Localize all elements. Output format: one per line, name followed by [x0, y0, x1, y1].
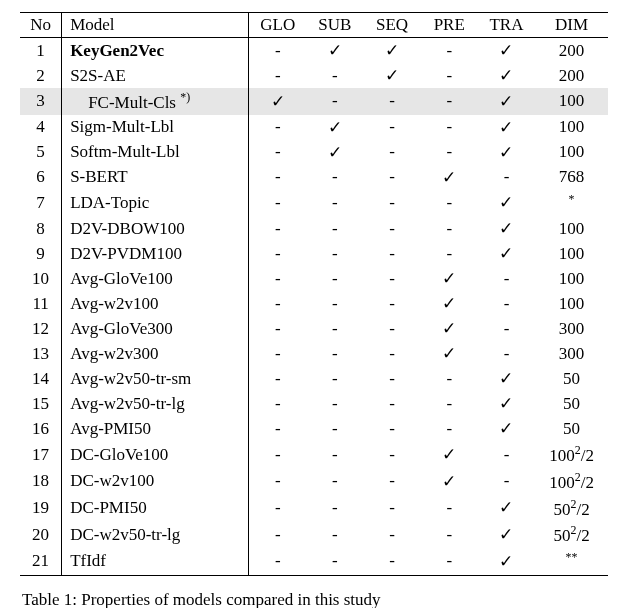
table-row: 20DC-w2v50-tr-lg----✓502/2: [20, 521, 608, 548]
cell-dim: **: [535, 548, 608, 575]
cell-seq: -: [363, 216, 420, 241]
cell-dim: 100: [535, 266, 608, 291]
table-row: 8D2V-DBOW100----✓100: [20, 216, 608, 241]
cell-dim: 300: [535, 341, 608, 366]
cell-pre: -: [421, 241, 478, 266]
cell-pre: ✓: [421, 468, 478, 495]
cell-dim: 50: [535, 416, 608, 441]
cell-model: Avg-w2v50-tr-sm: [62, 366, 249, 391]
table-row: 13Avg-w2v300---✓-300: [20, 341, 608, 366]
cell-dim: 50: [535, 391, 608, 416]
cell-dim: 768: [535, 165, 608, 190]
cell-sub: -: [306, 316, 363, 341]
cell-seq: -: [363, 441, 420, 468]
cell-model: DC-PMI50: [62, 495, 249, 522]
cell-glo: -: [249, 38, 306, 64]
cell-dim: 502/2: [535, 521, 608, 548]
cell-tra: -: [478, 291, 535, 316]
cell-sub: -: [306, 441, 363, 468]
cell-no: 21: [20, 548, 62, 575]
cell-no: 5: [20, 140, 62, 165]
table-row: 11Avg-w2v100---✓-100: [20, 291, 608, 316]
cell-seq: ✓: [363, 38, 420, 64]
cell-no: 2: [20, 63, 62, 88]
cell-model: DC-w2v50-tr-lg: [62, 521, 249, 548]
cell-dim: 50: [535, 366, 608, 391]
cell-model: Avg-w2v50-tr-lg: [62, 391, 249, 416]
cell-model: TfIdf: [62, 548, 249, 575]
cell-sub: -: [306, 165, 363, 190]
cell-pre: -: [421, 521, 478, 548]
cell-model: DC-GloVe100: [62, 441, 249, 468]
header-pre: PRE: [421, 13, 478, 38]
table-row: 16Avg-PMI50----✓50: [20, 416, 608, 441]
cell-sub: -: [306, 366, 363, 391]
cell-no: 8: [20, 216, 62, 241]
cell-no: 18: [20, 468, 62, 495]
cell-tra: -: [478, 165, 535, 190]
table-row: 10Avg-GloVe100---✓-100: [20, 266, 608, 291]
cell-seq: -: [363, 165, 420, 190]
cell-seq: -: [363, 115, 420, 140]
cell-pre: -: [421, 366, 478, 391]
cell-pre: -: [421, 216, 478, 241]
cell-dim: 100: [535, 115, 608, 140]
cell-model: Avg-w2v100: [62, 291, 249, 316]
cell-tra: ✓: [478, 38, 535, 64]
cell-glo: -: [249, 63, 306, 88]
cell-dim: 200: [535, 63, 608, 88]
cell-sub: ✓: [306, 140, 363, 165]
cell-seq: -: [363, 495, 420, 522]
cell-glo: -: [249, 216, 306, 241]
header-dim: DIM: [535, 13, 608, 38]
cell-model: Avg-GloVe300: [62, 316, 249, 341]
cell-seq: -: [363, 416, 420, 441]
table-caption: Table 1: Properties of models compared i…: [20, 576, 608, 608]
cell-pre: -: [421, 38, 478, 64]
cell-pre: -: [421, 88, 478, 115]
cell-glo: -: [249, 548, 306, 575]
cell-no: 11: [20, 291, 62, 316]
cell-pre: ✓: [421, 266, 478, 291]
cell-glo: -: [249, 165, 306, 190]
cell-tra: ✓: [478, 241, 535, 266]
cell-model: FC-Mult-Cls *): [62, 88, 249, 115]
cell-no: 6: [20, 165, 62, 190]
table-row: 19DC-PMI50----✓502/2: [20, 495, 608, 522]
table-row: 14Avg-w2v50-tr-sm----✓50: [20, 366, 608, 391]
cell-seq: -: [363, 88, 420, 115]
cell-sub: -: [306, 341, 363, 366]
table-row: 3FC-Mult-Cls *)✓---✓100: [20, 88, 608, 115]
table-row: 6S-BERT---✓-768: [20, 165, 608, 190]
cell-tra: -: [478, 266, 535, 291]
cell-glo: -: [249, 115, 306, 140]
cell-seq: -: [363, 468, 420, 495]
table-header-row: No Model GLO SUB SEQ PRE TRA DIM: [20, 13, 608, 38]
cell-no: 16: [20, 416, 62, 441]
cell-no: 14: [20, 366, 62, 391]
cell-model: KeyGen2Vec: [62, 38, 249, 64]
cell-seq: -: [363, 548, 420, 575]
cell-pre: ✓: [421, 441, 478, 468]
cell-pre: -: [421, 140, 478, 165]
cell-tra: ✓: [478, 548, 535, 575]
cell-no: 15: [20, 391, 62, 416]
cell-glo: -: [249, 416, 306, 441]
header-glo: GLO: [249, 13, 306, 38]
cell-dim: 1002/2: [535, 468, 608, 495]
cell-glo: -: [249, 266, 306, 291]
table-row: 9D2V-PVDM100----✓100: [20, 241, 608, 266]
cell-sub: -: [306, 391, 363, 416]
cell-tra: ✓: [478, 416, 535, 441]
cell-model: Avg-w2v300: [62, 341, 249, 366]
cell-sub: ✓: [306, 115, 363, 140]
cell-glo: -: [249, 391, 306, 416]
cell-seq: -: [363, 316, 420, 341]
cell-no: 3: [20, 88, 62, 115]
cell-tra: -: [478, 468, 535, 495]
cell-pre: -: [421, 416, 478, 441]
cell-model: Softm-Mult-Lbl: [62, 140, 249, 165]
cell-no: 10: [20, 266, 62, 291]
cell-seq: ✓: [363, 63, 420, 88]
table-row: 2S2S-AE--✓-✓200: [20, 63, 608, 88]
